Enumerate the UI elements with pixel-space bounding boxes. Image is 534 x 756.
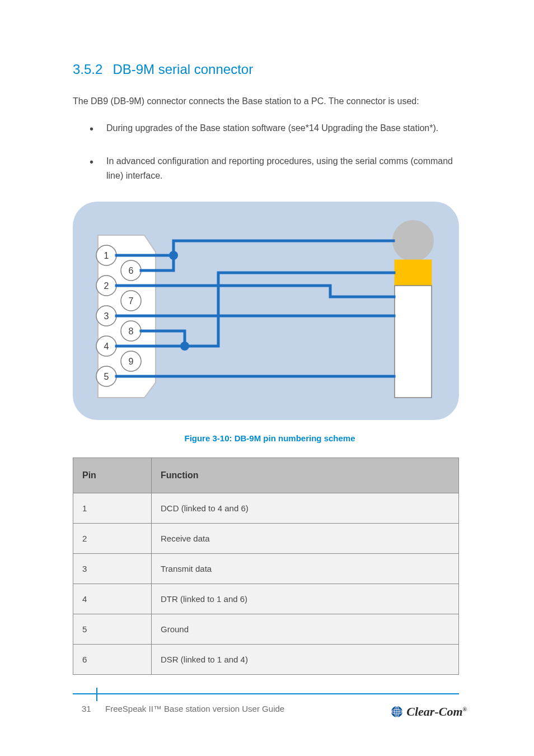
th-pin: Pin (73, 458, 152, 493)
junction-j1 (169, 251, 178, 260)
cell-function: DSR (linked to 1 and 4) (152, 645, 459, 675)
jack-ring-rect (395, 260, 432, 286)
bullet-item: During upgrades of the Base station soft… (90, 121, 467, 136)
table-row: 1 DCD (linked to 4 and 6) (73, 493, 459, 524)
wires (116, 241, 394, 376)
pin-label-3: 3 (104, 311, 109, 321)
bullet-item: In advanced configuration and reporting … (90, 154, 467, 183)
table-row: 2 Receive data (73, 524, 459, 554)
bullet-list: During upgrades of the Base station soft… (90, 121, 467, 183)
wire-pin1-tip (116, 241, 394, 255)
wire-pin2-sleeve (116, 286, 394, 297)
cell-pin: 3 (73, 554, 152, 584)
pin-function-table: Pin Function 1 DCD (linked to 4 and 6) 2… (73, 458, 459, 675)
cell-function: Receive data (152, 524, 459, 554)
jack-tip-circle (393, 221, 433, 261)
pin-label-8: 8 (129, 326, 134, 336)
table-row: 3 Transmit data (73, 554, 459, 584)
cell-function: Ground (152, 614, 459, 645)
cell-function: DTR (linked to 1 and 6) (152, 584, 459, 614)
logo-reg: ® (463, 706, 467, 712)
pin-label-1: 1 (104, 251, 109, 260)
footer-rule (73, 693, 459, 694)
pin-label-9: 9 (129, 357, 134, 366)
cell-pin: 4 (73, 584, 152, 614)
section-number: 3.5.2 (73, 62, 102, 77)
pin-label-2: 2 (104, 281, 109, 291)
footer-tick (96, 688, 97, 701)
table-row: 4 DTR (linked to 1 and 6) (73, 584, 459, 614)
globe-icon (391, 706, 403, 718)
cell-pin: 1 (73, 493, 152, 524)
figure-caption: Figure 3-10: DB-9M pin numbering scheme (73, 433, 467, 443)
pin-label-7: 7 (129, 296, 134, 306)
logo-text: Clear-Com® (406, 704, 467, 719)
pin-label-5: 5 (104, 372, 109, 381)
cell-pin: 5 (73, 614, 152, 645)
table-row: 6 DSR (linked to 1 and 4) (73, 645, 459, 675)
section-title: DB-9M serial connector (113, 62, 253, 77)
jack-sleeve-rect (395, 286, 432, 398)
wiring-diagram: 1 2 3 4 5 6 7 8 9 (73, 202, 459, 420)
cell-function: DCD (linked to 4 and 6) (152, 493, 459, 524)
diagram-svg: 1 2 3 4 5 6 7 8 9 (73, 202, 459, 420)
pin-label-4: 4 (104, 342, 109, 351)
page-number: 31 (82, 704, 91, 713)
intro-paragraph: The DB9 (DB-9M) connector connects the B… (73, 94, 467, 109)
cell-function: Transmit data (152, 554, 459, 584)
table-row: 5 Ground (73, 614, 459, 645)
section-header: 3.5.2 DB-9M serial connector (73, 62, 467, 77)
cell-pin: 2 (73, 524, 152, 554)
brand-logo: Clear-Com® (391, 704, 467, 719)
junction-j2 (180, 342, 189, 351)
wire-j2-ring (185, 273, 394, 346)
th-function: Function (152, 458, 459, 493)
pin-label-6: 6 (129, 266, 134, 276)
footer-title: FreeSpeak II™ Base station version User … (105, 704, 284, 713)
cell-pin: 6 (73, 645, 152, 675)
